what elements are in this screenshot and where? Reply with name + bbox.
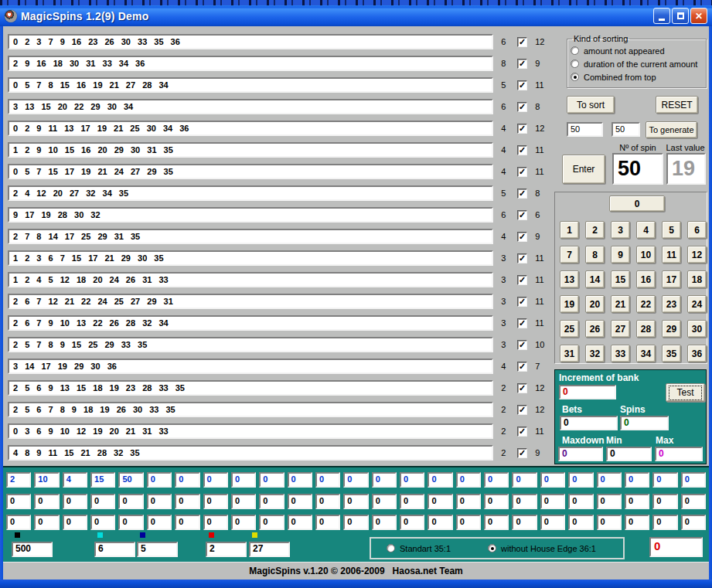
stats-cell[interactable]: 0 bbox=[343, 472, 368, 488]
stats-cell[interactable]: 0 bbox=[203, 515, 228, 530]
to-sort-button[interactable]: To sort bbox=[567, 96, 615, 114]
max-input[interactable]: 0 bbox=[655, 447, 703, 461]
sequence-input[interactable]: 2 5 6 9 13 15 18 19 23 28 33 35 bbox=[8, 380, 493, 396]
stats-cell[interactable]: 0 bbox=[400, 515, 424, 530]
sequence-input[interactable]: 0 2 9 11 13 17 19 21 25 30 34 36 bbox=[8, 121, 493, 136]
reset-button[interactable]: RESET bbox=[656, 96, 698, 114]
stats-cell[interactable]: 0 bbox=[400, 494, 424, 509]
payout-option-1[interactable]: without House Edge 36:1 bbox=[488, 544, 596, 553]
stats-cell[interactable]: 0 bbox=[568, 494, 593, 509]
stats-cell[interactable]: 0 bbox=[231, 494, 256, 509]
stats-cell[interactable]: 0 bbox=[625, 494, 649, 509]
result-field[interactable]: 0 bbox=[649, 537, 703, 557]
stats-cell[interactable]: 50 bbox=[118, 472, 143, 488]
n-of-spin-input[interactable]: 50 bbox=[612, 153, 663, 185]
number-button-10[interactable]: 10 bbox=[636, 246, 656, 263]
sequence-input[interactable]: 2 6 7 9 10 13 22 26 28 32 34 bbox=[8, 315, 493, 331]
stats-cell[interactable]: 0 bbox=[372, 515, 397, 530]
stats-cell[interactable]: 0 bbox=[484, 494, 509, 509]
sequence-input[interactable]: 2 4 12 20 27 32 34 35 bbox=[8, 185, 493, 201]
stats-cell[interactable]: 0 bbox=[428, 515, 452, 530]
row-checkbox[interactable]: ✓ bbox=[517, 405, 527, 415]
number-button-0[interactable]: 0 bbox=[609, 195, 665, 212]
stats-cell[interactable]: 0 bbox=[456, 494, 481, 509]
number-button-23[interactable]: 23 bbox=[662, 295, 681, 313]
maxdown-input[interactable]: 0 bbox=[558, 447, 603, 461]
number-button-35[interactable]: 35 bbox=[662, 345, 681, 362]
stats-cell[interactable]: 0 bbox=[315, 472, 340, 488]
row-checkbox[interactable]: ✓ bbox=[517, 37, 527, 47]
row-checkbox[interactable]: ✓ bbox=[517, 297, 527, 307]
stats-cell[interactable]: 0 bbox=[63, 494, 87, 509]
number-button-22[interactable]: 22 bbox=[636, 295, 656, 313]
stats-cell[interactable]: 0 bbox=[512, 515, 537, 530]
bet-param-input[interactable]: 5 bbox=[137, 542, 178, 557]
stats-cell[interactable]: 0 bbox=[259, 515, 284, 530]
row-checkbox[interactable]: ✓ bbox=[517, 59, 527, 69]
bets-input[interactable]: 0 bbox=[560, 416, 618, 430]
stats-cell[interactable]: 0 bbox=[6, 515, 31, 530]
minimize-button[interactable] bbox=[653, 8, 670, 24]
stats-cell[interactable]: 0 bbox=[343, 494, 368, 509]
sequence-input[interactable]: 3 14 17 19 29 30 36 bbox=[8, 359, 493, 374]
stats-cell[interactable]: 0 bbox=[288, 472, 312, 488]
stats-cell[interactable]: 0 bbox=[652, 494, 677, 509]
stats-cell[interactable]: 0 bbox=[597, 472, 622, 488]
stats-cell[interactable]: 0 bbox=[681, 494, 706, 509]
stats-cell[interactable]: 0 bbox=[90, 515, 115, 530]
number-button-34[interactable]: 34 bbox=[636, 345, 656, 362]
row-checkbox[interactable]: ✓ bbox=[517, 232, 527, 242]
number-button-33[interactable]: 33 bbox=[611, 345, 630, 362]
stats-cell[interactable]: 0 bbox=[428, 494, 452, 509]
generate-count-input-2[interactable]: 50 bbox=[612, 122, 640, 137]
maximize-button[interactable] bbox=[672, 8, 689, 24]
stats-cell[interactable]: 0 bbox=[259, 494, 284, 509]
number-button-5[interactable]: 5 bbox=[662, 221, 681, 239]
stats-cell[interactable]: 0 bbox=[512, 494, 537, 509]
sequence-input[interactable]: 1 2 9 10 15 16 20 29 30 31 35 bbox=[8, 142, 493, 158]
number-button-16[interactable]: 16 bbox=[636, 270, 656, 288]
bet-param-input[interactable]: 500 bbox=[12, 542, 53, 557]
bet-param-input[interactable]: 2 bbox=[206, 542, 247, 557]
stats-cell[interactable]: 0 bbox=[372, 494, 397, 509]
sequence-input[interactable]: 2 5 6 7 8 9 18 19 26 30 33 35 bbox=[8, 402, 493, 417]
number-button-17[interactable]: 17 bbox=[662, 270, 681, 288]
number-button-6[interactable]: 6 bbox=[687, 221, 707, 239]
row-checkbox[interactable]: ✓ bbox=[517, 427, 527, 437]
row-checkbox[interactable]: ✓ bbox=[517, 362, 527, 372]
stats-cell[interactable]: 0 bbox=[568, 472, 593, 488]
stats-cell[interactable]: 0 bbox=[400, 472, 424, 488]
stats-cell[interactable]: 0 bbox=[34, 515, 59, 530]
stats-cell[interactable]: 0 bbox=[63, 515, 87, 530]
number-button-27[interactable]: 27 bbox=[611, 320, 630, 338]
row-checkbox[interactable]: ✓ bbox=[517, 318, 527, 328]
row-checkbox[interactable]: ✓ bbox=[517, 275, 527, 285]
test-button[interactable]: Test bbox=[666, 383, 705, 402]
stats-cell[interactable]: 0 bbox=[175, 515, 199, 530]
stats-cell[interactable]: 0 bbox=[625, 515, 649, 530]
number-button-26[interactable]: 26 bbox=[585, 320, 605, 338]
stats-cell[interactable]: 0 bbox=[175, 494, 199, 509]
row-checkbox[interactable]: ✓ bbox=[517, 189, 527, 199]
row-checkbox[interactable]: ✓ bbox=[517, 210, 527, 220]
stats-cell[interactable]: 4 bbox=[63, 472, 87, 488]
stats-cell[interactable]: 0 bbox=[568, 515, 593, 530]
stats-cell[interactable]: 0 bbox=[540, 494, 565, 509]
sequence-input[interactable]: 2 6 7 12 21 22 24 25 27 29 31 bbox=[8, 294, 493, 309]
number-button-24[interactable]: 24 bbox=[687, 295, 707, 313]
sequence-input[interactable]: 2 5 7 8 9 15 25 29 33 35 bbox=[8, 337, 493, 352]
stats-cell[interactable]: 15 bbox=[90, 472, 115, 488]
stats-cell[interactable]: 0 bbox=[6, 494, 31, 509]
stats-cell[interactable]: 0 bbox=[288, 494, 312, 509]
row-checkbox[interactable]: ✓ bbox=[517, 167, 527, 177]
increment-of-bank-input[interactable]: 0 bbox=[559, 385, 616, 399]
sequence-input[interactable]: 2 7 8 14 17 25 29 31 35 bbox=[8, 229, 493, 244]
sequence-input[interactable]: 3 13 15 20 22 29 30 34 bbox=[8, 99, 493, 114]
stats-cell[interactable]: 0 bbox=[259, 472, 284, 488]
to-generate-button[interactable]: To generate bbox=[646, 121, 697, 138]
number-button-13[interactable]: 13 bbox=[560, 270, 579, 288]
stats-cell[interactable]: 0 bbox=[456, 472, 481, 488]
number-button-20[interactable]: 20 bbox=[585, 295, 605, 313]
stats-cell[interactable]: 0 bbox=[118, 515, 143, 530]
number-button-28[interactable]: 28 bbox=[636, 320, 656, 338]
